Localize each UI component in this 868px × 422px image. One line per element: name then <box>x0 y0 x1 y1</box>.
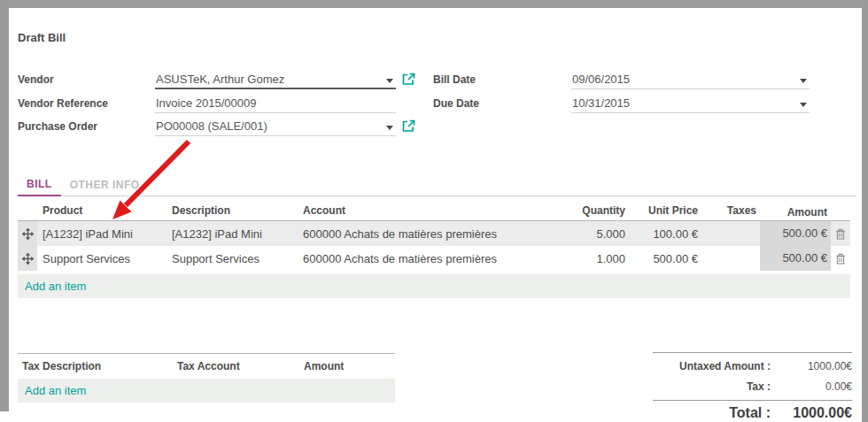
page-title: Draft Bill <box>18 31 66 44</box>
delete-column-header <box>831 200 850 220</box>
vendor-field[interactable]: ASUSTeK, Arthur Gomez <box>155 71 396 89</box>
col-quantity: Quantity <box>562 204 629 217</box>
col-amount: Amount <box>760 200 831 220</box>
due-date-field[interactable]: 10/31/2015 <box>571 95 810 113</box>
bill-add-item-row: Add an item <box>18 274 850 298</box>
tab-bill[interactable]: BILL <box>18 174 61 196</box>
draft-bill-form: Draft Bill Vendor ASUSTeK, Arthur Gomez … <box>9 8 857 422</box>
bill-lines-header: Product Description Account Quantity Uni… <box>18 200 850 221</box>
tax-value: 0.00€ <box>779 380 852 393</box>
cell-description[interactable]: [A1232] iPad Mini <box>168 227 299 241</box>
col-tax-description: Tax Description <box>18 360 177 372</box>
vendor-reference-label: Vendor Reference <box>18 97 108 110</box>
totals-panel: Untaxed Amount : 1000.00€ Tax : 0.00€ To… <box>653 352 852 421</box>
chevron-down-icon[interactable] <box>386 126 393 130</box>
tax-add-item-row: Add an item <box>18 379 395 403</box>
col-tax-amount: Amount <box>304 360 395 372</box>
chevron-down-icon[interactable] <box>386 79 393 83</box>
bill-lines-table: Product Description Account Quantity Uni… <box>18 200 850 271</box>
drag-handle-icon[interactable] <box>18 221 37 246</box>
purchase-order-value: PO00008 (SALE/001) <box>155 118 396 133</box>
col-account: Account <box>299 204 562 217</box>
cell-product[interactable]: Support Services <box>37 252 168 265</box>
drag-handle-icon[interactable] <box>18 246 37 271</box>
chevron-down-icon[interactable] <box>800 103 807 107</box>
vendor-reference-value: Invoice 2015/00009 <box>155 95 396 110</box>
backdrop-top <box>0 0 868 8</box>
tax-table-header: Tax Description Tax Account Amount <box>18 354 395 379</box>
total-row: Total : 1000.00€ <box>653 405 852 421</box>
purchase-order-label: Purchase Order <box>18 120 97 133</box>
external-link-icon[interactable] <box>402 73 415 86</box>
notebook-tabs: BILL OTHER INFO <box>18 177 856 196</box>
col-description: Description <box>168 204 299 217</box>
table-row[interactable]: [A1232] iPad Mini [A1232] iPad Mini 6000… <box>18 221 850 246</box>
col-taxes: Taxes <box>701 204 760 217</box>
bill-date-label: Bill Date <box>433 73 476 86</box>
total-value: 1000.00€ <box>779 405 852 421</box>
cell-quantity[interactable]: 1.000 <box>562 252 629 265</box>
due-date-value: 10/31/2015 <box>571 95 810 110</box>
tab-other-info[interactable]: OTHER INFO <box>61 175 149 196</box>
add-item-link[interactable]: Add an item <box>18 379 86 403</box>
col-product: Product <box>37 204 168 217</box>
cell-unit-price[interactable]: 100.00 € <box>629 227 701 241</box>
untaxed-amount-row: Untaxed Amount : 1000.00€ <box>653 360 852 372</box>
cell-account[interactable]: 600000 Achats de matières premières <box>299 227 562 241</box>
screen: Draft Bill Vendor ASUSTeK, Arthur Gomez … <box>0 0 868 422</box>
col-unit-price: Unit Price <box>629 204 701 217</box>
vendor-label: Vendor <box>18 73 54 86</box>
untaxed-amount-value: 1000.00€ <box>779 360 852 372</box>
vendor-value: ASUSTeK, Arthur Gomez <box>155 71 396 86</box>
tax-table: Tax Description Tax Account Amount Add a… <box>18 353 395 403</box>
table-row[interactable]: Support Services Support Services 600000… <box>18 246 850 271</box>
tax-row: Tax : 0.00€ <box>653 380 852 393</box>
cell-description[interactable]: Support Services <box>168 252 299 265</box>
backdrop-left <box>0 0 9 411</box>
chevron-down-icon[interactable] <box>800 79 807 83</box>
col-tax-account: Tax Account <box>177 360 304 372</box>
bill-date-field[interactable]: 09/06/2015 <box>571 71 810 89</box>
trash-icon[interactable] <box>831 246 850 271</box>
handle-column-header <box>18 200 37 220</box>
add-item-link[interactable]: Add an item <box>18 274 86 298</box>
tax-label: Tax : <box>653 380 779 393</box>
cell-product[interactable]: [A1232] iPad Mini <box>37 227 168 241</box>
cell-account[interactable]: 600000 Achats de matières premières <box>299 252 562 265</box>
cell-unit-price[interactable]: 500.00 € <box>629 252 701 265</box>
external-link-icon[interactable] <box>402 119 415 133</box>
total-label: Total : <box>653 405 779 421</box>
cell-amount: 500.00 € <box>760 246 831 271</box>
trash-icon[interactable] <box>831 221 850 246</box>
purchase-order-field[interactable]: PO00008 (SALE/001) <box>155 118 396 136</box>
bill-date-value: 09/06/2015 <box>571 71 810 86</box>
totals-divider <box>653 400 852 401</box>
cell-amount: 500.00 € <box>760 221 831 246</box>
untaxed-amount-label: Untaxed Amount : <box>653 360 779 372</box>
cell-quantity[interactable]: 5.000 <box>562 227 629 241</box>
backdrop-right <box>862 0 868 422</box>
due-date-label: Due Date <box>433 97 479 110</box>
vendor-reference-field[interactable]: Invoice 2015/00009 <box>155 95 396 113</box>
